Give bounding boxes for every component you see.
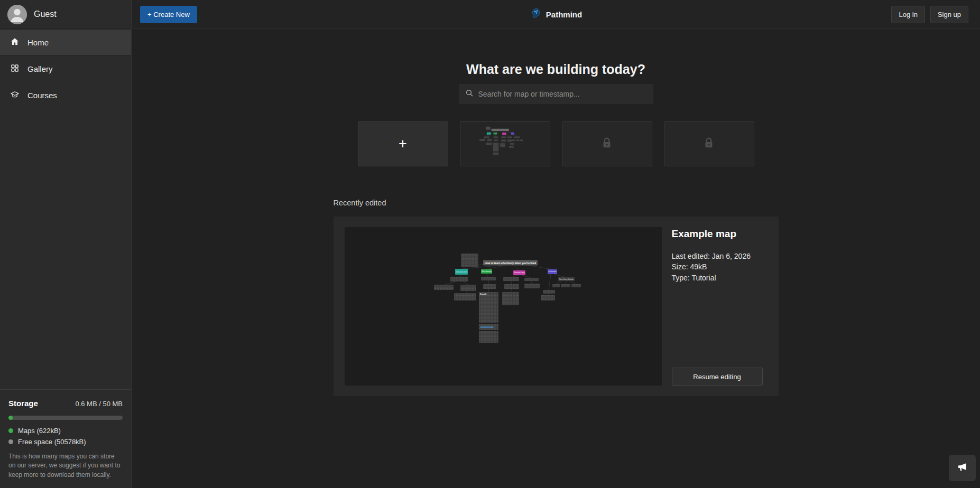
megaphone-icon <box>957 462 968 475</box>
recent-map-info: Example map Last edited: Jan 6, 2026 Siz… <box>672 227 768 386</box>
storage-usage: 0.6 MB / 50 MB <box>75 400 123 408</box>
user-name: Guest <box>34 10 57 19</box>
legend-label: Maps (622kB) <box>18 427 61 435</box>
map-type: Type: Tutorial <box>672 273 768 283</box>
storage-progress-fill <box>8 416 13 420</box>
storage-panel: Storage 0.6 MB / 50 MB Maps (622kB) Free… <box>0 389 131 488</box>
brand: Pathmind <box>530 7 582 21</box>
plus-icon: + <box>399 137 407 151</box>
map-size: Size: 49kB <box>672 261 768 272</box>
map-branch-label: Practical techniques <box>548 270 556 273</box>
map-root-label: How to learn effectively when you're tir… <box>485 261 536 265</box>
sidebar-item-home[interactable]: Home <box>0 29 131 55</box>
storage-note: This is how many maps you can store on o… <box>8 452 123 480</box>
storage-legend: Maps (622kB) Free space (50578kB) <box>8 427 123 446</box>
avatar <box>7 5 27 24</box>
free-space-dot-icon <box>8 439 13 444</box>
map-link-text <box>480 327 493 328</box>
recent-map-card: How to learn effectively when you're tir… <box>334 217 779 396</box>
storage-progress-bar <box>8 416 123 420</box>
sidebar-item-gallery[interactable]: Gallery <box>0 55 131 82</box>
maps-dot-icon <box>8 428 13 433</box>
search-input[interactable] <box>478 90 647 98</box>
feedback-button[interactable] <box>949 455 976 481</box>
signup-button[interactable]: Sign up <box>930 6 968 23</box>
legend-maps: Maps (622kB) <box>8 427 123 435</box>
user-profile[interactable]: Guest <box>0 0 131 29</box>
map-thumbnail[interactable]: How to learn effectively when you're tir… <box>345 227 662 386</box>
main-area: + Create New Pathmind Log in Sign up <box>132 0 980 488</box>
graduation-cap-icon <box>10 90 20 101</box>
auth-buttons: Log in Sign up <box>891 6 968 23</box>
mini-map-thumbnail <box>460 122 550 166</box>
app-root: Guest Home <box>0 0 980 488</box>
page-title: What are we building today? <box>334 62 779 77</box>
home-icon <box>10 37 20 48</box>
login-button[interactable]: Log in <box>891 6 924 23</box>
search-bar[interactable] <box>459 84 653 104</box>
example-template-card[interactable] <box>460 121 550 166</box>
gallery-grid-icon <box>10 63 20 74</box>
locked-template-card[interactable] <box>562 121 652 166</box>
main-content: What are we building today? + <box>132 29 980 488</box>
legend-free-space: Free space (50578kB) <box>8 438 123 446</box>
map-example-label: Example: <box>480 293 487 295</box>
map-note-taking-label: Note-Taking Methods <box>559 278 574 280</box>
resume-editing-button[interactable]: Resume editing <box>672 368 763 386</box>
topbar: + Create New Pathmind Log in Sign up <box>132 0 980 29</box>
map-preview-svg: How to learn effectively when you're tir… <box>345 227 662 386</box>
map-branch-label: Micro-learning <box>482 270 492 273</box>
lock-icon <box>600 136 614 152</box>
map-title: Example map <box>672 228 768 240</box>
template-cards: + <box>334 121 779 166</box>
sidebar: Guest Home <box>0 0 132 488</box>
recently-edited-label: Recently edited <box>334 199 779 207</box>
map-last-edited: Last edited: Jan 6, 2026 <box>672 251 768 261</box>
search-icon <box>465 89 474 99</box>
map-branch-label: Environment & timing <box>514 271 524 274</box>
lock-icon <box>702 136 716 152</box>
map-branch-label: Understanding the problem <box>456 271 467 273</box>
sidebar-item-label: Courses <box>27 91 57 100</box>
sidebar-item-label: Home <box>27 38 49 47</box>
pathmind-logo-icon <box>530 7 541 21</box>
create-new-map-card[interactable]: + <box>358 121 448 166</box>
brand-name: Pathmind <box>546 10 582 19</box>
sidebar-item-label: Gallery <box>27 64 53 73</box>
sidebar-item-courses[interactable]: Courses <box>0 82 131 108</box>
legend-label: Free space (50578kB) <box>18 438 86 446</box>
locked-template-card[interactable] <box>664 121 754 166</box>
sidebar-nav: Home Gallery <box>0 29 131 108</box>
map-child-nodes <box>434 277 581 343</box>
storage-title: Storage <box>8 399 38 408</box>
create-new-button[interactable]: + Create New <box>140 6 197 23</box>
